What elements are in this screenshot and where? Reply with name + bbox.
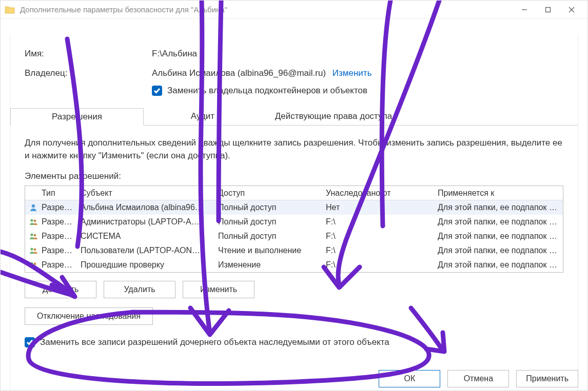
add-button[interactable]: Добавить (25, 281, 96, 298)
window-title: Дополнительные параметры безопасности дл… (20, 5, 513, 14)
table-row[interactable]: Разре… Администраторы (LAPTOP-A… Полный … (25, 215, 563, 229)
tab-permissions[interactable]: Разрешения (10, 108, 144, 126)
svg-point-11 (30, 262, 33, 265)
owner-value: Альбина Исмаилова (albina96_96@mail.ru) (152, 68, 326, 78)
table-row[interactable]: Разре… Прошедшие проверку Изменение F:\ … (25, 258, 563, 272)
svg-point-4 (32, 204, 35, 208)
tab-effective-access[interactable]: Действующие права доступа (262, 108, 405, 125)
maximize-button[interactable] (536, 2, 560, 17)
apply-button[interactable]: Применить (516, 370, 578, 387)
permission-entries-label: Элементы разрешений: (25, 171, 563, 181)
table-row[interactable]: Разре… Пользователи (LAPTOP-AON… Чтение … (25, 243, 563, 258)
name-value: F:\Альбина (152, 49, 563, 59)
tabs: Разрешения Аудит Действующие права досту… (10, 108, 578, 126)
disable-inheritance-button[interactable]: Отключение наследования (25, 307, 153, 325)
col-subject[interactable]: Субъект (81, 189, 218, 198)
owner-row: Владелец: Альбина Исмаилова (albina96_96… (25, 68, 563, 96)
replace-owner-checkbox-row[interactable]: Заменить владельца подконтейнеров и объе… (152, 86, 563, 96)
remove-button[interactable]: Удалить (104, 281, 175, 298)
svg-rect-1 (546, 7, 551, 12)
col-applies[interactable]: Применяется к (438, 189, 563, 198)
group-icon (29, 217, 38, 227)
ok-button[interactable]: ОК (379, 370, 440, 387)
svg-point-12 (34, 263, 36, 265)
replace-child-permissions-checkbox-row[interactable]: Заменить все записи разрешений дочернего… (25, 337, 563, 347)
table-header: Тип Субъект Доступ Унаследовано от Приме… (25, 186, 563, 200)
replace-owner-checkbox-label: Заменить владельца подконтейнеров и объе… (167, 86, 367, 96)
svg-point-8 (34, 234, 36, 237)
svg-point-7 (30, 234, 33, 236)
dialog-buttons: ОК Отмена Применить (379, 370, 578, 387)
close-button[interactable] (560, 2, 583, 17)
tab-audit[interactable]: Аудит (144, 108, 262, 125)
permissions-instructions: Для получения дополнительных сведений дв… (25, 137, 563, 162)
change-owner-link[interactable]: Изменить (332, 68, 372, 78)
group-icon (29, 232, 38, 241)
name-row: Имя: F:\Альбина (25, 49, 563, 59)
svg-point-6 (34, 220, 36, 222)
minimize-button[interactable] (513, 2, 536, 17)
table-row[interactable]: Разре… Альбина Исмаилова (albina96… Полн… (25, 200, 563, 215)
window-controls (513, 2, 583, 17)
checkbox-checked-icon[interactable] (152, 86, 162, 96)
user-icon (29, 203, 38, 212)
col-access[interactable]: Доступ (218, 189, 326, 198)
titlebar: Дополнительные параметры безопасности дл… (1, 1, 587, 19)
group-icon (29, 246, 38, 255)
group-icon (29, 260, 38, 270)
name-label: Имя: (25, 49, 152, 59)
edit-button[interactable]: Изменить (183, 281, 254, 298)
advanced-security-window: Дополнительные параметры безопасности дл… (0, 0, 588, 391)
svg-point-5 (30, 219, 33, 222)
folder-icon (5, 5, 15, 14)
col-type[interactable]: Тип (42, 189, 81, 198)
replace-child-permissions-label: Заменить все записи разрешений дочернего… (40, 337, 389, 347)
checkbox-checked-icon[interactable] (25, 337, 35, 347)
col-inherited[interactable]: Унаследовано от (326, 189, 438, 198)
cancel-button[interactable]: Отмена (447, 370, 509, 387)
table-row[interactable]: Разре… СИСТЕМА Полный доступ F:\ Для это… (25, 229, 563, 243)
owner-label: Владелец: (25, 68, 152, 78)
svg-point-10 (34, 249, 36, 251)
svg-point-9 (30, 248, 33, 251)
content-area: Имя: F:\Альбина Владелец: Альбина Исмаил… (1, 19, 587, 391)
permissions-table: Тип Субъект Доступ Унаследовано от Приме… (25, 186, 563, 273)
